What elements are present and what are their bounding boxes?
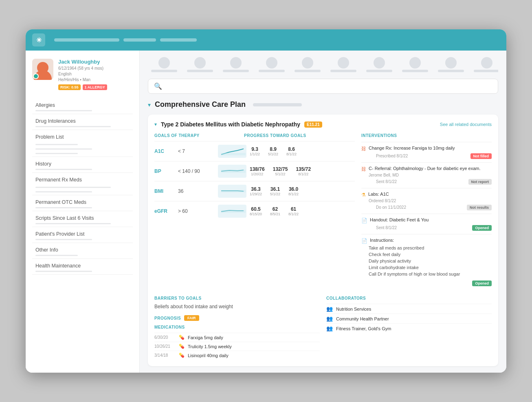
sidebar-item-provider-list[interactable]: Patient's Provider List (32, 227, 133, 243)
condition-icd-badge: E11.21 (304, 121, 322, 128)
sidebar-item-scripts[interactable]: Scripts Since Last 6 Visits (32, 211, 133, 227)
nav-pill-1[interactable] (54, 38, 119, 42)
collab-name-1: Nutrition Services (336, 307, 371, 311)
nav-pill-3[interactable] (160, 38, 197, 42)
condition-card: ▾ Type 2 Diabetes Mellitus with Diabetic… (148, 115, 498, 366)
goal-name-egfr: eGFR (154, 208, 175, 214)
collab-name-3: Fitness Trainer, Gold's Gym (336, 326, 391, 331)
nav-logo[interactable]: ✳ (32, 33, 45, 46)
status-badge-3: Not results (467, 205, 492, 210)
goals-table: GOALS OF THERAPY PROGRESS TOWARD GOALS A… (154, 133, 355, 289)
intervention-item-1: ⛓ Change Rx: Increase Farxiga to 10mg da… (361, 142, 492, 162)
intervention-text-4: Handout: Diabetic Feet & You (370, 217, 492, 222)
sidebar-item-health-maintenance[interactable]: Health Maintenance (32, 259, 133, 275)
med-name-3: Lisinopril 40mg daily (188, 353, 229, 358)
visit-tab-3[interactable] (220, 57, 252, 72)
nav-pill-2[interactable] (123, 38, 156, 42)
visit-tab-8[interactable] (399, 57, 431, 72)
goals-section: GOALS OF THERAPY PROGRESS TOWARD GOALS A… (154, 133, 492, 289)
content-area: 🔍 ▾ Comprehensive Care Plan ▾ Type 2 Dia… (140, 51, 506, 373)
bottom-section: BARRIERS TO GOALS Beliefs about food int… (154, 296, 492, 360)
intervention-meta-2a: Jerome Bell, MD (361, 173, 492, 177)
intervention-meta-4: Sent 8/1/22 (369, 225, 397, 230)
svg-rect-1 (221, 170, 246, 173)
goal-chart-a1c (218, 145, 246, 158)
instruction-1: Take all meds as prescribed (369, 245, 492, 251)
instructions-list: Take all meds as prescribed Check feet d… (361, 245, 492, 277)
collaborators-title: COLLABORATORS (326, 296, 492, 300)
top-nav: ✳ (26, 29, 506, 51)
sidebar-item-history[interactable]: History (32, 157, 133, 173)
allergy-badge: 1 ALLERGY (83, 84, 107, 90)
med-item-1: 6/30/20 💊 Farxiga 5mg daily (154, 333, 320, 342)
instruction-4: Limit carbohydrate intake (369, 264, 492, 271)
sidebar-section: Allergies Drug Intolerances Problem List (32, 98, 133, 275)
goals-col-progress: PROGRESS TOWARD GOALS (244, 133, 355, 138)
goals-table-header: GOALS OF THERAPY PROGRESS TOWARD GOALS (154, 133, 355, 138)
med-icon-1: 💊 (179, 335, 185, 340)
status-badge-1: Not filled (470, 153, 492, 159)
goal-name-bmi: BMI (154, 188, 175, 194)
nav-pills (54, 38, 197, 42)
goal-values-egfr: 60.5 8/15/20 62 8/5/21 61 8/1/22 (250, 206, 355, 216)
sidebar-item-problem-list[interactable]: Problem List (32, 130, 133, 157)
collab-name-2: Community Health Partner (336, 316, 389, 321)
visit-tab-1[interactable] (148, 57, 180, 72)
intervention-meta-3a: Ordered 8/1/22 (361, 199, 492, 203)
intervention-text-2: C- Referral: Ophthalmology - Due for dia… (369, 166, 492, 171)
goal-row-bp: BP < 140 / 90 138/76 (154, 161, 355, 181)
sidebar: 🌐 Jack Willoughby 6/12/1964 (58 yrs 4 mo… (26, 51, 140, 373)
med-date-1: 6/30/20 (154, 335, 176, 340)
visit-tab-10[interactable] (470, 57, 498, 72)
intervention-meta-3b: Do on 11/1/2022 (369, 205, 406, 210)
goal-chart-bp (218, 165, 246, 178)
sidebar-item-permanent-rx[interactable]: Permanent Rx Meds (32, 173, 133, 195)
visit-tab-9[interactable] (435, 57, 467, 72)
visit-tab-2[interactable] (184, 57, 216, 72)
visit-tab-4[interactable] (255, 57, 288, 72)
main-layout: 🌐 Jack Willoughby 6/12/1964 (58 yrs 4 mo… (26, 51, 506, 373)
interventions-title: INTERVENTIONS (361, 133, 492, 138)
goal-values-bmi: 36.3 1/29/22 36.1 5/1/22 36.0 8/1/22 (250, 186, 355, 196)
sidebar-item-other-info[interactable]: Other Info (32, 243, 133, 259)
sidebar-item-drug-intolerances[interactable]: Drug Intolerances (32, 114, 133, 130)
prognosis-title: PROGNOSIS (154, 316, 181, 320)
med-item-2: 10/26/21 💊 Trulicity 1.5mg weekly (154, 342, 320, 351)
care-plan-progress-bar (253, 103, 302, 106)
care-plan-collapse-button[interactable]: ▾ (148, 102, 151, 108)
collab-item-3: 👥 Fitness Trainer, Gold's Gym (326, 323, 492, 333)
sidebar-item-permanent-otc[interactable]: Permanent OTC Meds (32, 195, 133, 211)
referral-icon: ⛓ (361, 166, 366, 172)
condition-header: ▾ Type 2 Diabetes Mellitus with Diabetic… (154, 121, 492, 128)
sidebar-item-allergies[interactable]: Allergies (32, 98, 133, 114)
condition-collapse-button[interactable]: ▾ (154, 121, 157, 127)
collab-item-2: 👥 Community Health Partner (326, 314, 492, 323)
intervention-text-1: Change Rx: Increase Farxiga to 10mg dail… (369, 146, 492, 150)
med-name-2: Trulicity 1.5mg weekly (188, 344, 232, 349)
search-icon: 🔍 (154, 82, 162, 90)
status-badge-4: Opened (472, 225, 492, 231)
handout-icon: 📄 (361, 218, 367, 223)
visit-tab-5[interactable] (291, 57, 324, 72)
collab-item-1: 👥 Nutrition Services (326, 304, 492, 314)
avatar: 🌐 (32, 59, 53, 80)
visit-tab-7[interactable] (363, 57, 396, 72)
visit-tab-6[interactable] (327, 57, 360, 72)
care-plan-header: ▾ Comprehensive Care Plan (148, 100, 498, 109)
goal-chart-egfr (218, 205, 246, 218)
instructions-icon: 📄 (361, 238, 367, 244)
intervention-meta-2b: Sent 8/1/22 (369, 179, 397, 184)
language-globe-icon: 🌐 (33, 73, 39, 79)
interventions-section: INTERVENTIONS ⛓ Change Rx: Increase Farx… (361, 133, 492, 289)
goal-target-egfr: > 60 (178, 208, 215, 214)
patient-card: 🌐 Jack Willoughby 6/12/1964 (58 yrs 4 mo… (32, 59, 133, 90)
see-all-documents-link[interactable]: See all related documents (440, 122, 492, 127)
patient-badges: RISK: 0.55 1 ALLERGY (58, 84, 133, 90)
collab-icon-3: 👥 (326, 325, 333, 331)
lab-icon: ⚗ (361, 192, 366, 198)
goal-name-a1c: A1C (154, 148, 175, 154)
intervention-item-2: ⛓ C- Referral: Ophthalmology - Due for d… (361, 162, 492, 188)
med-icon-3: 💊 (179, 353, 185, 358)
goal-target-a1c: < 7 (178, 148, 215, 154)
search-bar[interactable]: 🔍 (148, 79, 498, 94)
